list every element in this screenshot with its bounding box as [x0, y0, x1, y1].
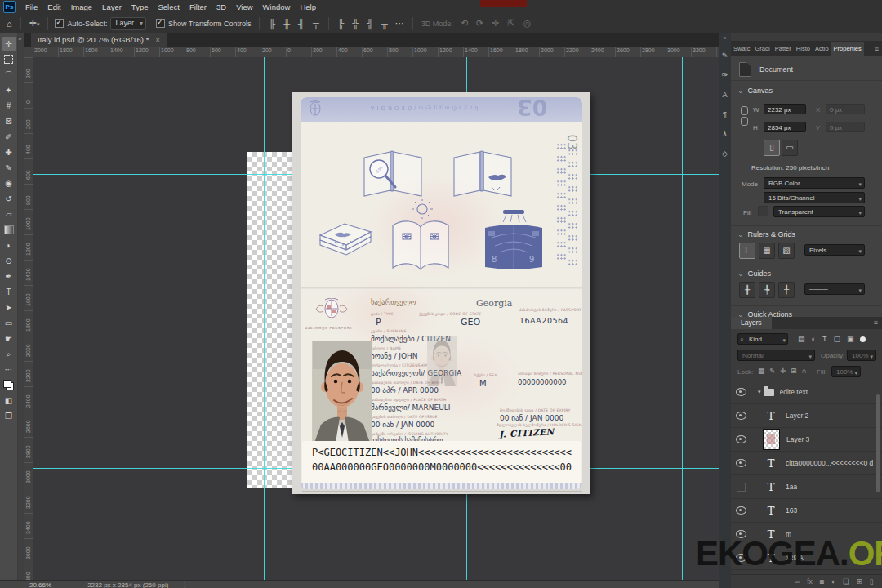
clone-stamp-tool[interactable]: ◉ — [2, 176, 16, 190]
layer-row[interactable]: T163 — [731, 499, 882, 523]
menu-help[interactable]: Help — [295, 0, 321, 14]
history-brush-tool[interactable]: ↺ — [2, 192, 16, 206]
layer-visibility-cell[interactable] — [731, 452, 751, 474]
passport-image[interactable]: საქართველო/GEORGIA 03 03 გეო — [292, 92, 590, 494]
layer-name[interactable]: 1aa — [786, 483, 797, 491]
guides-lock-icon[interactable]: ╄ — [759, 282, 775, 298]
guide-vertical-1[interactable] — [264, 57, 265, 580]
panel-tab-swatc[interactable]: Swatc — [731, 42, 752, 56]
distribute-right-icon[interactable]: ╣ — [363, 19, 377, 29]
panel-menu-icon[interactable]: ≡ — [875, 45, 882, 56]
frame-tool[interactable]: ⊠ — [2, 114, 16, 128]
lasso-tool[interactable]: ⌒ — [2, 68, 16, 82]
layer-name[interactable]: Layer 3 — [786, 435, 809, 443]
adjustment-layer-icon[interactable]: ◐ — [827, 577, 839, 586]
3d-zoom-icon[interactable]: ◎ — [519, 18, 536, 29]
layer-name[interactable]: citta0000000...<<<<<<<<0 d — [786, 459, 873, 467]
layer-row[interactable]: TLayer 2 — [731, 404, 882, 428]
distribute-centers-icon[interactable]: ╬ — [348, 19, 363, 29]
align-left-edges-icon[interactable]: ╟ — [265, 19, 279, 29]
grid-style-icon[interactable]: ▧ — [778, 243, 795, 259]
filter-toggle-icon[interactable] — [860, 336, 866, 342]
menu-view[interactable]: View — [231, 0, 257, 14]
close-tab-icon[interactable]: × — [155, 36, 159, 44]
menu-type[interactable]: Type — [127, 0, 154, 14]
lock-artboard-icon[interactable]: ⊞ — [788, 367, 799, 375]
layer-effects-icon[interactable]: fx — [804, 577, 817, 586]
layer-row[interactable]: ▾edite text — [731, 381, 882, 404]
pen-tool[interactable]: ✒ — [2, 270, 16, 283]
brushes-panel-icon[interactable]: ✎ — [722, 51, 728, 60]
auto-select-target-dropdown[interactable]: Layer — [110, 17, 146, 30]
glyphs-panel-icon[interactable]: λ — [723, 130, 727, 138]
eye-icon[interactable] — [736, 388, 746, 396]
guides-section-header[interactable]: Guides — [737, 270, 771, 278]
expand-group-icon[interactable]: ▾ — [758, 389, 761, 395]
layer-filter-kind-dropdown[interactable]: Kind — [737, 333, 788, 345]
paragraph-panel-icon[interactable]: ¶ — [723, 110, 727, 118]
layer-name[interactable]: edite text — [780, 388, 808, 396]
crop-tool[interactable]: # — [2, 99, 16, 113]
layer-row[interactable]: Layer 3 — [731, 428, 882, 452]
auto-select-checkbox[interactable] — [55, 19, 64, 28]
menu-layer[interactable]: Layer — [97, 0, 127, 14]
show-transform-checkbox[interactable] — [156, 19, 165, 28]
eye-icon[interactable] — [736, 435, 746, 443]
transparent-canvas-area[interactable] — [247, 152, 292, 488]
object-selection-tool[interactable]: ✦ — [2, 83, 16, 97]
eyedropper-tool[interactable]: ✐ — [2, 130, 16, 144]
fill-dropdown[interactable]: Transparent — [773, 206, 865, 217]
lock-all-icon[interactable]: ∩ — [799, 367, 808, 375]
guides-toggle-icon[interactable]: ╂ — [739, 282, 755, 298]
document-tab[interactable]: Italy id.psd @ 20.7% (RGB/16) * × — [31, 33, 167, 47]
layer-row[interactable]: T1aa — [731, 475, 882, 499]
menu-image[interactable]: Image — [66, 0, 97, 14]
eye-icon[interactable] — [736, 506, 746, 514]
mode-dropdown[interactable]: RGB Color — [764, 177, 865, 189]
3d-slide-icon[interactable]: ⇱ — [504, 18, 519, 29]
path-select-tool[interactable]: ➤ — [2, 301, 16, 314]
panel-tab-histo[interactable]: Histo — [794, 42, 813, 56]
layer-visibility-cell[interactable] — [731, 499, 751, 522]
healing-brush-tool[interactable]: ✚ — [2, 145, 16, 159]
move-tool[interactable]: ✛ — [2, 37, 16, 51]
link-layers-icon[interactable]: ∞ — [791, 577, 804, 586]
guides-clear-icon[interactable]: ╀ — [778, 282, 795, 298]
hand-tool[interactable]: ☛ — [2, 332, 16, 345]
distribute-left-icon[interactable]: ╠ — [334, 19, 349, 29]
ruler-toggle-icon[interactable]: Γ — [739, 243, 755, 259]
zoom-level[interactable]: 20.66% — [29, 581, 51, 588]
layer-name[interactable]: 163 — [786, 506, 797, 514]
layers-scrollbar[interactable] — [876, 394, 880, 492]
layer-visibility-cell[interactable] — [731, 404, 751, 427]
lock-move-icon[interactable]: ✛ — [777, 367, 788, 375]
brush-tool[interactable]: ✎ — [2, 161, 16, 175]
portrait-orientation-button[interactable]: ▯ — [764, 140, 780, 156]
menu-select[interactable]: Select — [153, 0, 184, 14]
add-mask-icon[interactable]: ◙ — [816, 577, 827, 586]
grid-toggle-icon[interactable]: ▦ — [759, 243, 775, 259]
eye-off-icon[interactable] — [737, 483, 746, 492]
eraser-tool[interactable]: ▱ — [2, 207, 16, 221]
link-dimensions-icon[interactable] — [741, 106, 747, 124]
photoshop-logo-icon[interactable]: Ps — [3, 1, 16, 13]
layers-tab[interactable]: Layers — [731, 317, 772, 329]
quick-mask[interactable]: ◧ — [2, 394, 16, 408]
brush-settings-panel-icon[interactable]: ✑ — [722, 71, 728, 79]
panel-tab-actio[interactable]: Actio — [813, 42, 831, 56]
rulers-grids-section-header[interactable]: Rulers & Grids — [737, 230, 795, 238]
distribute-vertical-icon[interactable]: ╥ — [377, 19, 392, 29]
status-arrow-icon[interactable]: 〉 — [183, 581, 189, 588]
panel-tab-properties[interactable]: Properties — [831, 42, 864, 56]
menu-window[interactable]: Window — [258, 0, 296, 14]
lock-transparency-icon[interactable]: ▦ — [755, 367, 767, 375]
bit-depth-dropdown[interactable]: 16 Bits/Channel — [764, 192, 865, 203]
shape-filter-icon[interactable]: ▢ — [830, 335, 844, 343]
new-group-icon[interactable]: ❏ — [840, 577, 853, 586]
layers-menu-icon[interactable]: ≡ — [874, 318, 878, 327]
panel-tab-patter[interactable]: Patter — [773, 42, 794, 56]
move-tool-options-icon[interactable]: ✛▾ — [26, 18, 43, 29]
delete-layer-icon[interactable]: ▯ — [866, 577, 877, 586]
horizontal-ruler[interactable]: 2000180016001400120010008006004002000200… — [33, 47, 719, 58]
home-icon[interactable]: ⌂ — [3, 19, 16, 29]
